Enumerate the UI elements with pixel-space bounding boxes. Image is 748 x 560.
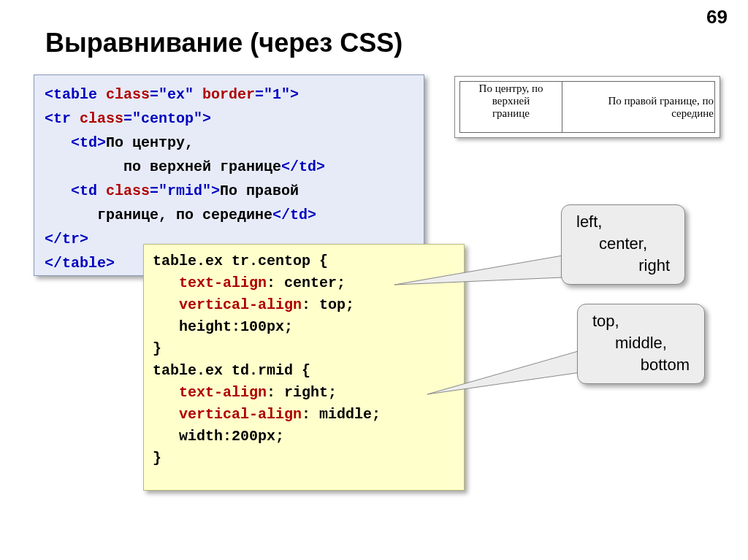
css-val: : top; — [302, 296, 354, 313]
css-line: width:200px; — [153, 428, 284, 445]
attr-val: ="centop" — [123, 110, 202, 127]
css-val: : right; — [267, 384, 337, 401]
attr-val: ="1" — [255, 86, 290, 103]
preview-table: По центру, по верхней границе По правой … — [459, 81, 715, 133]
tag-tr-open: <tr — [45, 110, 80, 127]
cell-text: границе — [492, 107, 530, 119]
callout-line: center, — [576, 233, 670, 255]
page-number: 69 — [706, 6, 728, 28]
css-val: : center; — [267, 275, 346, 291]
tag-table-open: <table — [45, 86, 106, 103]
css-prop: text-align — [153, 384, 267, 401]
css-brace: } — [153, 340, 161, 357]
text-content: по верхней границе — [45, 158, 281, 175]
css-line: height:100px; — [153, 318, 293, 335]
cell-text: верхней — [492, 95, 530, 107]
rendered-preview: По центру, по верхней границе По правой … — [454, 76, 720, 138]
css-selector: table.ex tr.centop { — [153, 253, 328, 269]
text-content: границе, по середине — [45, 207, 272, 223]
attr-class: class — [106, 86, 150, 103]
tag-td-open: <td — [45, 183, 106, 199]
callout-line: right — [576, 255, 670, 277]
tag-td-close: </td> — [281, 158, 325, 175]
slide-title: Выравнивание (через CSS) — [45, 28, 402, 58]
tag-close: > — [290, 86, 299, 103]
tag-td-close: </td> — [272, 207, 316, 223]
tag-close: > — [202, 110, 211, 127]
callout-line: middle, — [592, 332, 690, 354]
tag-table-close: </table> — [45, 255, 115, 272]
tag-close: > — [211, 183, 220, 199]
callout-line: top, — [592, 310, 690, 332]
tag-td-open: <td> — [45, 134, 106, 151]
table-row: По центру, по верхней границе По правой … — [460, 82, 715, 133]
callout-vertical-align-values: top, middle, bottom — [577, 304, 705, 384]
cell-text: По центру, по — [479, 83, 543, 94]
css-val: : middle; — [302, 406, 381, 423]
attr-val: ="ex" — [150, 86, 202, 103]
css-prop: vertical-align — [153, 406, 302, 423]
cell-right-middle: По правой границе, по середине — [562, 82, 715, 133]
callout-line: bottom — [592, 354, 690, 376]
callout-tail-icon — [394, 256, 570, 307]
callout-line: left, — [576, 211, 670, 233]
attr-border: border — [202, 86, 255, 103]
css-prop: text-align — [153, 275, 267, 291]
cell-center-top: По центру, по верхней границе — [460, 82, 562, 133]
css-brace: } — [153, 450, 161, 467]
text-content: По правой — [220, 183, 299, 199]
text-content: По центру, — [106, 134, 194, 151]
callout-tail-icon — [427, 350, 588, 402]
cell-text: середине — [671, 107, 714, 119]
css-prop: vertical-align — [153, 296, 302, 313]
cell-text: По правой границе, по — [608, 95, 714, 107]
callout-text-align-values: left, center, right — [561, 204, 685, 285]
attr-class: class — [106, 183, 150, 199]
tag-tr-close: </tr> — [45, 231, 88, 248]
attr-val: ="rmid" — [150, 183, 211, 199]
css-selector: table.ex td.rmid { — [153, 362, 310, 379]
attr-class: class — [80, 110, 123, 127]
